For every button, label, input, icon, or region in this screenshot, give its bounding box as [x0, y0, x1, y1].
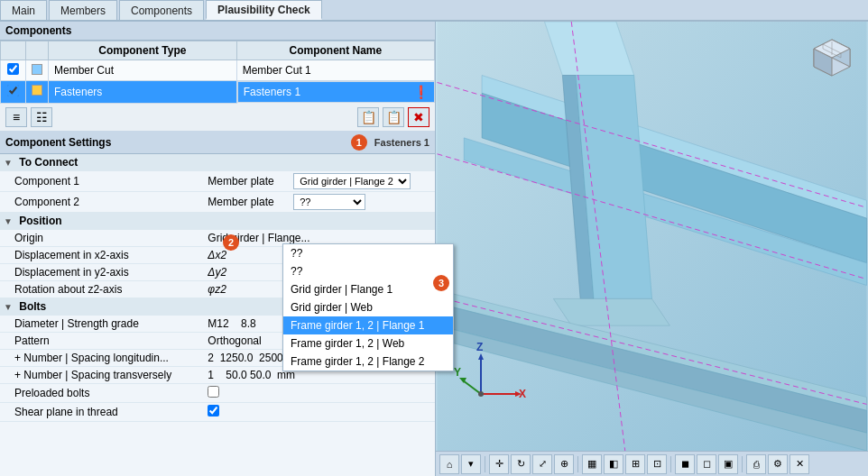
col-name: Component Name [236, 41, 434, 60]
tab-members[interactable]: Members [49, 0, 117, 20]
preloaded-checkbox[interactable] [208, 386, 219, 398]
svg-text:Z: Z [476, 341, 483, 353]
row-value[interactable] [204, 383, 435, 402]
row-value: Member plate [204, 191, 290, 212]
row-label: Component 1 [0, 170, 204, 191]
row-label: + Number | Spacing transversely [0, 366, 204, 383]
vp-render1-button[interactable]: ◼ [675, 454, 695, 474]
vp-cursor-button[interactable]: ✛ [489, 454, 509, 474]
row-label: Displacement in y2-axis [0, 263, 204, 280]
vp-rotate-button[interactable]: ↻ [511, 454, 531, 474]
vp-close-button[interactable]: ✕ [790, 454, 809, 474]
row-symbol: Δy2 [204, 263, 290, 280]
alert-icon: ❗ [413, 85, 429, 99]
tab-plausibility[interactable]: Plausibility Check [206, 0, 322, 20]
svg-marker-25 [478, 353, 484, 360]
badge-2-overlay: 2 [223, 234, 239, 251]
tab-components[interactable]: Components [119, 0, 204, 20]
row-symbol: Δx2 [204, 246, 290, 263]
group-label: To Connect [19, 156, 78, 169]
nav-cube[interactable] [805, 31, 859, 85]
components-table: Component Type Component Name Member Cut… [0, 41, 435, 104]
expand-icon: ▼ [4, 158, 13, 168]
tab-main[interactable]: Main [0, 0, 47, 20]
add-sub-button[interactable]: ☷ [31, 107, 52, 127]
vp-view4-button[interactable]: ⊡ [647, 454, 667, 474]
settings-row: Component 2 Member plate ?? [0, 191, 435, 212]
dropdown-item[interactable]: ?? [283, 244, 453, 262]
vp-view2-button[interactable]: ◧ [604, 454, 623, 474]
group-label: Position [19, 215, 61, 227]
settings-header: Component Settings 1 Fasteners 1 [0, 132, 435, 154]
components-toolbar: ≡ ☷ 📋 📋 ✖ [0, 104, 435, 132]
shear-plane-checkbox[interactable] [208, 405, 219, 416]
expand-icon: ▼ [4, 216, 13, 226]
row-color-1 [26, 60, 49, 81]
component-name-label: Fasteners 1 [374, 137, 429, 148]
vp-render2-button[interactable]: ◻ [697, 454, 716, 474]
row-label: Diameter | Strength grade [0, 315, 204, 332]
row-value[interactable] [204, 402, 435, 421]
row-name-1: Member Cut 1 [236, 60, 434, 81]
delete-button[interactable]: ✖ [408, 107, 429, 127]
row-label: Shear plane in thread [0, 402, 204, 421]
row-label: Rotation about z2-axis [0, 280, 204, 298]
add-list-button[interactable]: ≡ [5, 107, 27, 127]
vp-move-button[interactable]: ⤢ [532, 454, 552, 474]
dropdown-item[interactable]: Frame girder 1, 2 | Flange 2 [283, 352, 453, 371]
vp-home-button[interactable]: ⌂ [439, 454, 459, 474]
settings-row: Component 1 Member plate Grid girder | F… [0, 170, 435, 191]
vp-view1-button[interactable]: ▦ [582, 454, 602, 474]
row-type-1: Member Cut [49, 60, 237, 81]
expand-icon-small: + [14, 352, 21, 364]
table-row[interactable]: Member Cut Member Cut 1 [1, 60, 435, 81]
vp-view3-button[interactable]: ⊞ [625, 454, 645, 474]
col-type: Component Type [49, 41, 237, 60]
row-label: Component 2 [0, 191, 204, 212]
row-label: Preloaded bolts [0, 383, 204, 402]
group-position[interactable]: ▼ Position [0, 212, 435, 229]
row-color-2 [26, 81, 49, 104]
dropdown-item[interactable]: Frame girder 1, 2 | Flange 1 [283, 316, 453, 334]
dropdown-item[interactable]: Grid girder | Web [283, 298, 453, 316]
dropdown-item[interactable]: Grid girder | Flange 1 [283, 280, 453, 298]
vp-print-button[interactable]: ⎙ [746, 454, 766, 474]
row-label: Origin [0, 229, 204, 246]
row-dropdown-open[interactable]: ?? [290, 191, 435, 212]
components-section-header: Components [0, 22, 435, 41]
component2-dropdown-overlay: ?? ?? Grid girder | Flange 1 Grid girder… [282, 243, 454, 371]
dropdown-item[interactable]: ?? [283, 262, 453, 280]
copy2-button[interactable]: 📋 [383, 107, 404, 127]
group-to-connect[interactable]: ▼ To Connect [0, 154, 435, 171]
row-name-2: Fasteners 1 ❗ [237, 81, 435, 103]
settings-title: Component Settings [5, 136, 111, 149]
row-checkbox-2[interactable] [1, 81, 26, 104]
tabs-bar: Main Members Components Plausibility Che… [0, 0, 868, 22]
settings-row: Shear plane in thread [0, 402, 435, 421]
svg-line-30 [463, 380, 481, 394]
component2-dropdown[interactable]: ?? [293, 194, 365, 210]
row-dropdown[interactable]: Grid girder | Flange 2 [290, 170, 435, 191]
vp-dropdown-button[interactable]: ▾ [461, 454, 481, 474]
copy-button[interactable]: 📋 [357, 107, 379, 127]
svg-point-33 [478, 391, 484, 397]
beam-canvas: Z X Y [436, 22, 868, 451]
viewport-toolbar: ⌂ ▾ ✛ ↻ ⤢ ⊕ ▦ ◧ ⊞ ⊡ ◼ ◻ ▣ ⎙ ⚙ ✕ [436, 451, 868, 476]
table-row[interactable]: Fasteners Fasteners 1 ❗ [1, 81, 435, 104]
3d-viewport[interactable]: Z X Y ⌂ ▾ ✛ ↻ ⤢ ⊕ [436, 22, 868, 476]
settings-row: Preloaded bolts [0, 383, 435, 402]
axis-indicator: Z X Y [454, 340, 526, 415]
row-label: + Number | Spacing longitudin... [0, 349, 204, 366]
group-label: Bolts [19, 300, 46, 313]
vp-settings-button[interactable]: ⚙ [768, 454, 788, 474]
row-label: Displacement in x2-axis [0, 246, 204, 263]
badge-3-overlay: 3 [433, 275, 449, 291]
row-value: Member plate [204, 170, 290, 191]
row-checkbox-1[interactable] [1, 60, 26, 81]
dropdown-item[interactable]: Frame girder 1, 2 | Web [283, 334, 453, 352]
component1-dropdown[interactable]: Grid girder | Flange 2 [293, 173, 411, 189]
vp-zoom-button[interactable]: ⊕ [554, 454, 574, 474]
vp-render3-button[interactable]: ▣ [718, 454, 738, 474]
svg-text:Y: Y [454, 366, 461, 379]
row-type-2: Fasteners [49, 81, 237, 104]
